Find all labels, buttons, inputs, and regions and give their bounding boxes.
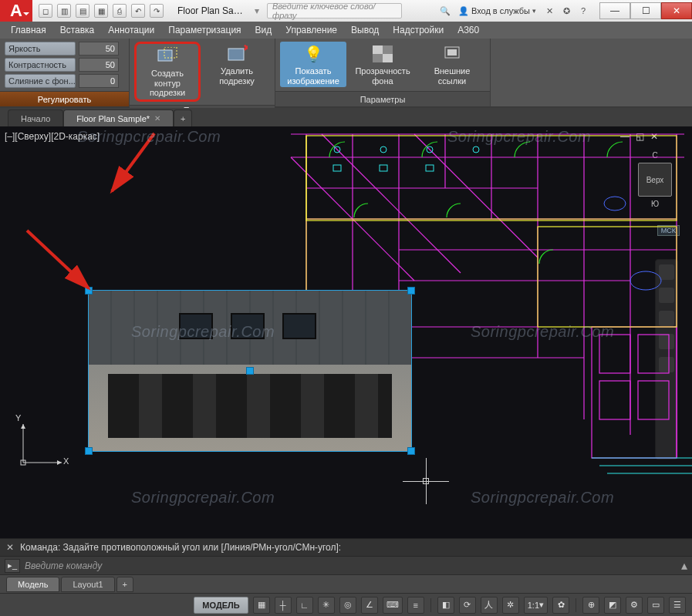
infocenter-search[interactable]: Введите ключевое слово/фразу bbox=[267, 3, 402, 19]
contrast-value[interactable]: 50 bbox=[79, 58, 119, 72]
qat-save-icon[interactable]: ▤ bbox=[76, 4, 89, 18]
qat-redo-icon[interactable]: ↷ bbox=[150, 4, 164, 18]
sign-in-button[interactable]: 👤 Вход в службы bbox=[455, 6, 539, 16]
exchange-icon[interactable]: ✕ bbox=[542, 4, 556, 18]
cycling-toggle[interactable]: ⟳ bbox=[459, 597, 476, 614]
watermark: Soringpcrepair.Com bbox=[471, 489, 614, 507]
grip-center[interactable] bbox=[246, 367, 254, 375]
doc-tab-start[interactable]: Начало bbox=[8, 109, 63, 126]
workspace-switch[interactable]: ✿ bbox=[552, 597, 569, 614]
delete-clip-button[interactable]: ✖ Удалить подрезку bbox=[204, 42, 270, 87]
watermark: Soringpcrepair.Com bbox=[131, 323, 275, 341]
transparency-toggle[interactable]: ◧ bbox=[437, 597, 454, 614]
bg-transparency-label: Прозрачность фона bbox=[351, 66, 414, 86]
panel-adjust: Яркость 50 Контрастность 50 Слияние с фо… bbox=[0, 39, 130, 106]
polar-toggle[interactable]: ✳ bbox=[318, 597, 335, 614]
minimize-button[interactable]: — bbox=[599, 2, 630, 19]
maximize-button[interactable]: ☐ bbox=[630, 2, 661, 19]
cleanscreen-toggle[interactable]: ▭ bbox=[647, 597, 664, 614]
ucs-icon[interactable]: X Y bbox=[15, 416, 69, 472]
doc-tab-new[interactable]: + bbox=[174, 109, 192, 126]
layout-tab-layout1[interactable]: Layout1 bbox=[61, 577, 114, 592]
close-button[interactable]: ✕ bbox=[661, 2, 692, 19]
tab-parametric[interactable]: Параметризация bbox=[162, 23, 247, 37]
grip-top-right[interactable] bbox=[407, 287, 415, 295]
xref-button[interactable]: Внешние ссылки bbox=[419, 42, 485, 87]
tab-a360[interactable]: A360 bbox=[451, 23, 485, 37]
customize-status[interactable]: ☰ bbox=[669, 597, 686, 614]
anno-scale[interactable]: 1:1 ▾ bbox=[524, 597, 548, 614]
transparency-icon bbox=[371, 43, 394, 65]
otrack-toggle[interactable]: ∠ bbox=[361, 597, 378, 614]
command-line: ✕ Команда: Задайте противоположный угол … bbox=[0, 538, 692, 574]
close-icon[interactable]: ✕ bbox=[154, 114, 160, 123]
inserted-image[interactable] bbox=[88, 290, 412, 452]
svg-point-17 bbox=[380, 146, 387, 153]
svg-point-23 bbox=[630, 271, 661, 290]
command-prompt-icon[interactable]: ▸_ bbox=[5, 559, 20, 573]
layout-tab-model[interactable]: Модель bbox=[6, 577, 59, 592]
doc-tab-start-label: Начало bbox=[21, 114, 50, 123]
delete-clip-label: Удалить подрезку bbox=[205, 66, 268, 86]
command-input[interactable]: Введите команду bbox=[25, 560, 677, 571]
grip-bottom-right[interactable] bbox=[407, 447, 415, 455]
qat-new-icon[interactable]: ◻ bbox=[39, 4, 52, 18]
tab-home[interactable]: Главная bbox=[5, 23, 52, 37]
show-image-button[interactable]: 💡 Показать изображение bbox=[280, 42, 346, 87]
osnap-toggle[interactable]: ◎ bbox=[339, 597, 356, 614]
isolate-toggle[interactable]: ◩ bbox=[604, 597, 621, 614]
tab-output[interactable]: Вывод bbox=[345, 23, 385, 37]
grid-toggle[interactable]: ▦ bbox=[253, 597, 270, 614]
hardware-accel[interactable]: ⚙ bbox=[626, 597, 643, 614]
titlebar: A ◻ ▥ ▤ ▦ ⎙ ↶ ↷ Floor Plan Sample* ▾ Вве… bbox=[0, 0, 692, 22]
brightness-value[interactable]: 50 bbox=[79, 42, 119, 56]
help-icon[interactable]: ? bbox=[576, 4, 590, 18]
fade-button[interactable]: Слияние с фон... bbox=[5, 74, 76, 88]
qat-saveas-icon[interactable]: ▦ bbox=[94, 4, 108, 18]
watermark: Soringpcrepair.Com bbox=[77, 128, 221, 146]
anno-toggle[interactable]: 人 bbox=[481, 597, 498, 614]
svg-rect-0 bbox=[158, 50, 172, 61]
tab-addins[interactable]: Надстройки bbox=[387, 23, 450, 37]
fade-value[interactable]: 0 bbox=[79, 74, 119, 88]
panel-adjust-title: Регулировать bbox=[0, 91, 129, 106]
bg-transparency-button[interactable]: Прозрачность фона bbox=[349, 42, 416, 87]
svg-rect-11 bbox=[638, 335, 669, 373]
cmdline-close-icon[interactable]: ✕ bbox=[5, 542, 15, 553]
status-bar: МОДЕЛЬ ▦ ┼ ∟ ✳ ◎ ∠ ⌨ ≡ ◧ ⟳ 人 ✲ 1:1 ▾ ✿ ⊕… bbox=[0, 593, 692, 616]
ortho-toggle[interactable]: ∟ bbox=[296, 597, 313, 614]
tab-insert[interactable]: Вставка bbox=[54, 23, 101, 37]
qat-print-icon[interactable]: ⎙ bbox=[113, 4, 127, 18]
cmdline-menu-icon[interactable]: ▴ bbox=[681, 558, 687, 573]
ribbon: Яркость 50 Контрастность 50 Слияние с фо… bbox=[0, 39, 692, 108]
layout-tab-new[interactable]: + bbox=[116, 577, 133, 592]
brightness-button[interactable]: Яркость bbox=[5, 42, 76, 56]
snap-toggle[interactable]: ┼ bbox=[275, 597, 292, 614]
doc-tab-floorplan[interactable]: Floor Plan Sample* ✕ bbox=[63, 109, 174, 126]
app-menu-button[interactable]: A bbox=[0, 0, 32, 22]
window-buttons: — ☐ ✕ bbox=[599, 2, 692, 19]
anno-auto-toggle[interactable]: ✲ bbox=[502, 597, 519, 614]
lwt-toggle[interactable]: ≡ bbox=[407, 597, 424, 614]
grip-top-left[interactable] bbox=[85, 287, 93, 295]
user-icon: 👤 bbox=[458, 6, 469, 16]
qat-open-icon[interactable]: ▥ bbox=[57, 4, 71, 18]
create-clip-button[interactable]: Создать контур подрезки bbox=[134, 42, 201, 102]
annotation-monitor[interactable]: ⊕ bbox=[582, 597, 599, 614]
tab-manage[interactable]: Управление bbox=[279, 23, 343, 37]
svg-rect-20 bbox=[333, 165, 341, 171]
tab-view[interactable]: Вид bbox=[249, 23, 278, 37]
contrast-button[interactable]: Контрастность bbox=[5, 58, 76, 72]
stayconnected-icon[interactable]: ✪ bbox=[559, 4, 573, 18]
tab-annotate[interactable]: Аннотации bbox=[102, 23, 160, 37]
modelspace-toggle[interactable]: МОДЕЛЬ bbox=[194, 597, 248, 614]
svg-line-31 bbox=[27, 231, 89, 288]
search-submit-icon[interactable]: 🔍 bbox=[438, 4, 452, 18]
watermark: Soringpcrepair.Com bbox=[471, 323, 614, 341]
sign-in-label: Вход в службы bbox=[471, 6, 530, 15]
qat-undo-icon[interactable]: ↶ bbox=[131, 4, 145, 18]
dyn-toggle[interactable]: ⌨ bbox=[383, 597, 403, 614]
drawing-canvas[interactable]: [–][Сверху][2D-каркас] — ◱ ✕ С Верх Ю МС… bbox=[0, 126, 692, 538]
show-image-label: Показать изображение bbox=[282, 66, 345, 86]
grip-bottom-left[interactable] bbox=[85, 447, 93, 455]
